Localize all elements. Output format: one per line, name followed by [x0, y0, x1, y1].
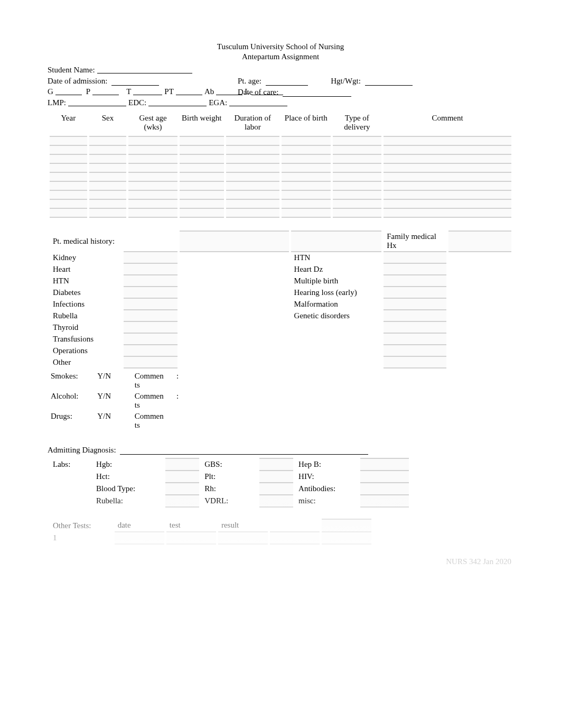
- pt-age-label: Pt. age:: [238, 77, 261, 85]
- col-year: Year: [49, 110, 88, 136]
- smokes-colon: :: [173, 371, 183, 391]
- col-comment: Comment: [382, 110, 512, 136]
- lab-bloodtype: Blood Type:: [92, 483, 164, 495]
- date-admission-label: Date of admission:: [48, 77, 107, 85]
- col-place-birth: Place of birth: [280, 110, 332, 136]
- fhx-heart-dz: Heart Dz: [290, 263, 383, 275]
- fhx-htn: HTN: [290, 252, 383, 263]
- alcohol-comments-label: Commen ts: [132, 391, 173, 411]
- lab-hgb: Hgb:: [92, 458, 164, 471]
- g-label: G: [48, 87, 53, 96]
- header-line2: Antepartum Assignment: [48, 52, 513, 61]
- table-row[interactable]: [49, 145, 512, 154]
- lab-misc: misc:: [294, 495, 359, 507]
- other-col-result: result: [217, 519, 269, 532]
- lab-hct: Hct:: [92, 471, 164, 483]
- other-row-1: 1: [49, 532, 114, 544]
- hx-rubella: Rubella: [49, 310, 123, 321]
- col-gest-age: Gest age (wks): [127, 110, 179, 136]
- date-admission-field[interactable]: [111, 78, 159, 86]
- date-care-field[interactable]: [283, 89, 351, 97]
- smokes-comments-label: Commen ts: [132, 371, 173, 391]
- table-row[interactable]: [49, 136, 512, 145]
- ab-label: Ab: [204, 87, 214, 96]
- drugs-comments-label: Commen ts: [132, 411, 173, 431]
- l-field[interactable]: [251, 87, 283, 95]
- admitting-dx-field[interactable]: [120, 447, 368, 455]
- pt-label: PT: [164, 87, 174, 96]
- ega-label: EGA:: [209, 98, 227, 107]
- hx-diabetes: Diabetes: [49, 287, 123, 298]
- student-name-label: Student Name:: [48, 66, 95, 75]
- g-field[interactable]: [55, 87, 82, 95]
- ab-field[interactable]: [216, 87, 242, 95]
- table-row[interactable]: [49, 172, 512, 181]
- table-row[interactable]: [49, 190, 512, 199]
- hx-thyroid: Thyroid: [49, 321, 123, 333]
- col-duration-labor: Duration of labor: [225, 110, 280, 136]
- hx-transfusions: Transfusions: [49, 333, 123, 345]
- other-tests-table: Other Tests: date test result 1: [48, 519, 373, 545]
- admitting-dx-label: Admitting Diagnosis:: [48, 446, 116, 454]
- edc-label: EDC:: [128, 98, 146, 107]
- fhx-hearing-loss: Hearing loss (early): [290, 287, 383, 298]
- p-field[interactable]: [92, 87, 119, 95]
- hx-other: Other: [49, 356, 123, 368]
- table-row[interactable]: [49, 181, 512, 190]
- other-col-date: date: [114, 519, 165, 532]
- fhx-multiple-birth: Multiple birth: [290, 275, 383, 287]
- hx-infections: Infections: [49, 298, 123, 310]
- family-med-hx-label: Family medical Hx: [382, 231, 447, 252]
- smokes-label: Smokes:: [48, 371, 94, 391]
- lab-vdrl: VDRL:: [200, 495, 258, 507]
- footer-text: NURS 342 Jan 2020: [48, 557, 513, 566]
- fhx-malformation: Malformation: [290, 298, 383, 310]
- edc-field[interactable]: [148, 98, 207, 106]
- hgt-wgt-label: Hgt/Wgt:: [331, 77, 361, 85]
- p-label: P: [86, 87, 90, 96]
- lab-plt: Plt:: [200, 471, 258, 483]
- pt-med-history-label: Pt. medical history:: [49, 231, 179, 252]
- ega-field[interactable]: [229, 98, 287, 106]
- lab-gbs: GBS:: [200, 458, 258, 471]
- alcohol-label: Alcohol:: [48, 391, 94, 411]
- smokes-yn[interactable]: Y/N: [94, 371, 132, 391]
- other-tests-row[interactable]: 1: [49, 532, 372, 544]
- lab-hepb: Hep B:: [294, 458, 359, 471]
- table-row[interactable]: [49, 163, 512, 172]
- alcohol-yn[interactable]: Y/N: [94, 391, 132, 411]
- hx-kidney: Kidney: [49, 252, 123, 263]
- other-tests-label: Other Tests:: [49, 519, 114, 532]
- t-field[interactable]: [133, 87, 162, 95]
- pt-age-field[interactable]: [266, 78, 308, 86]
- labs-table: Labs: Hgb: GBS: Hep B: Hct: Plt: HIV: Bl…: [48, 458, 411, 512]
- table-row[interactable]: [49, 154, 512, 163]
- pregnancy-history-table: Year Sex Gest age (wks) Birth weight Dur…: [48, 110, 513, 218]
- col-type-delivery: Type of delivery: [332, 110, 383, 136]
- drugs-label: Drugs:: [48, 411, 94, 431]
- t-label: T: [126, 87, 131, 96]
- alcohol-colon: :: [173, 391, 183, 411]
- labs-label: Labs:: [49, 458, 92, 471]
- substances-table: Smokes: Y/N Commen ts : Alcohol: Y/N Com…: [48, 371, 513, 431]
- table-row[interactable]: [49, 208, 512, 217]
- header-line1: Tusculum University School of Nursing: [48, 42, 513, 51]
- lmp-field[interactable]: [68, 98, 126, 106]
- hx-operations: Operations: [49, 345, 123, 356]
- other-col-test: test: [165, 519, 217, 532]
- table-row[interactable]: [49, 199, 512, 208]
- col-sex: Sex: [88, 110, 128, 136]
- hgt-wgt-field[interactable]: [365, 78, 413, 86]
- hx-heart: Heart: [49, 263, 123, 275]
- lab-rh: Rh:: [200, 483, 258, 495]
- hx-htn: HTN: [49, 275, 123, 287]
- col-birth-weight: Birth weight: [179, 110, 225, 136]
- drugs-yn[interactable]: Y/N: [94, 411, 132, 431]
- lab-antibodies: Antibodies:: [294, 483, 359, 495]
- lab-rubella: Rubella:: [92, 495, 164, 507]
- student-name-field[interactable]: [97, 66, 192, 73]
- pt-field[interactable]: [176, 87, 202, 95]
- lmp-label: LMP:: [48, 98, 66, 107]
- l-label: L: [245, 87, 249, 96]
- fhx-genetic: Genetic disorders: [290, 310, 383, 321]
